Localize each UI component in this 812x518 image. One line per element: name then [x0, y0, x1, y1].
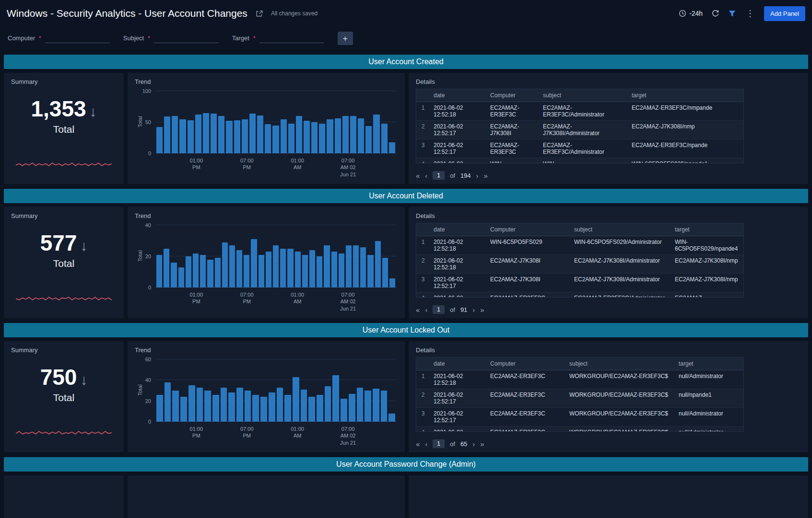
add-panel-button[interactable]: Add Panel	[764, 6, 805, 21]
filter-icon[interactable]	[728, 10, 736, 18]
bar[interactable]	[332, 375, 339, 422]
time-range-button[interactable]: -24h	[679, 10, 703, 17]
bar[interactable]	[257, 115, 263, 153]
bar[interactable]	[360, 247, 366, 288]
bar[interactable]	[156, 395, 163, 422]
bar[interactable]	[353, 245, 359, 288]
bar[interactable]	[272, 126, 279, 154]
table-row[interactable]: 32021-06-02 12:52:17EC2AMAZ-ER3EF3CWORKG…	[416, 408, 743, 426]
table-row[interactable]: 12021-06-02 12:52:18EC2AMAZ-ER3EF3CWORKG…	[416, 370, 743, 389]
bar[interactable]	[375, 241, 381, 288]
first-page-button[interactable]: «	[416, 306, 420, 314]
bar[interactable]	[388, 414, 395, 422]
bar[interactable]	[265, 124, 271, 153]
table-row[interactable]: 12021-06-02 12:52:18EC2AMAZ-ER3EF3CEC2AM…	[416, 102, 743, 121]
bar[interactable]	[186, 256, 191, 288]
bar[interactable]	[251, 239, 257, 288]
bar[interactable]	[215, 258, 221, 288]
last-page-button[interactable]: »	[480, 440, 484, 448]
bar[interactable]	[287, 249, 293, 288]
column-header[interactable]: target	[628, 89, 743, 102]
bar[interactable]	[325, 386, 331, 422]
column-header[interactable]: Computer	[486, 223, 570, 236]
bar[interactable]	[165, 382, 171, 422]
bar[interactable]	[188, 120, 194, 153]
bar[interactable]	[218, 116, 224, 153]
bar[interactable]	[229, 245, 235, 288]
bar[interactable]	[324, 245, 330, 288]
target-filter-input[interactable]	[259, 34, 324, 43]
bar[interactable]	[211, 114, 217, 153]
bar[interactable]	[249, 114, 256, 153]
table-row[interactable]: 42021-06-02 12:52:16WIN-6C5PO5FS029WIN-6…	[416, 158, 743, 164]
bar[interactable]	[260, 397, 267, 422]
bar[interactable]	[203, 113, 209, 154]
next-page-button[interactable]: ›	[472, 440, 475, 448]
next-page-button[interactable]: ›	[476, 172, 479, 180]
bar[interactable]	[164, 249, 169, 288]
bar[interactable]	[195, 115, 201, 153]
bar[interactable]	[259, 255, 264, 288]
bar[interactable]	[342, 116, 349, 153]
table-row[interactable]: 32021-06-02 12:52:17EC2AMAZ-J7K308IEC2AM…	[416, 274, 743, 292]
share-icon[interactable]	[255, 10, 263, 18]
bar[interactable]	[171, 263, 177, 288]
bar[interactable]	[365, 391, 371, 422]
column-header[interactable]: Computer	[486, 357, 565, 370]
bar[interactable]	[193, 253, 199, 288]
bar[interactable]	[301, 390, 307, 422]
last-page-button[interactable]: »	[480, 306, 484, 314]
table-row[interactable]: 22021-06-02 12:52:17EC2AMAZ-J7K308IEC2AM…	[416, 121, 743, 139]
table-row[interactable]: 32021-06-02 12:52:17EC2AMAZ-ER3EF3CEC2AM…	[416, 139, 743, 158]
computer-filter-input[interactable]	[45, 34, 110, 43]
prev-page-button[interactable]: ‹	[425, 306, 427, 314]
bar[interactable]	[280, 249, 286, 288]
bar[interactable]	[244, 255, 249, 288]
current-page[interactable]: 1	[433, 171, 445, 180]
current-page[interactable]: 1	[433, 439, 445, 448]
bar[interactable]	[172, 391, 179, 422]
bar[interactable]	[204, 391, 211, 422]
table-row[interactable]: 22021-06-02 12:52:17EC2AMAZ-ER3EF3CWORKG…	[416, 389, 743, 408]
bar[interactable]	[156, 127, 163, 153]
bar[interactable]	[309, 250, 315, 288]
bar[interactable]	[281, 119, 287, 154]
bar[interactable]	[367, 255, 373, 288]
last-page-button[interactable]: »	[484, 172, 488, 180]
bar[interactable]	[339, 253, 344, 288]
bar[interactable]	[222, 242, 228, 288]
column-header[interactable]: date	[430, 223, 486, 236]
prev-page-button[interactable]: ‹	[425, 172, 427, 180]
column-header[interactable]: subject	[565, 357, 675, 370]
bar[interactable]	[273, 245, 279, 288]
bar[interactable]	[373, 389, 379, 422]
bar[interactable]	[156, 255, 162, 288]
bar[interactable]	[277, 388, 283, 422]
bar[interactable]	[381, 124, 388, 153]
first-page-button[interactable]: «	[416, 440, 420, 448]
bar[interactable]	[341, 399, 347, 422]
bar[interactable]	[327, 119, 333, 154]
bar[interactable]	[178, 267, 184, 288]
bar[interactable]	[228, 392, 235, 422]
column-header[interactable]: target	[671, 223, 743, 236]
column-header[interactable]: subject	[539, 89, 628, 102]
bar[interactable]	[172, 116, 178, 153]
bar[interactable]	[179, 119, 186, 154]
bar[interactable]	[319, 124, 325, 153]
bar[interactable]	[164, 116, 170, 153]
bar[interactable]	[335, 118, 341, 153]
bar[interactable]	[295, 252, 301, 288]
table-row[interactable]: 42021-06-02 12:52:17EC2AMAZ-ER3EF3CEC2AM…	[416, 292, 743, 298]
bar[interactable]	[346, 245, 352, 288]
bar[interactable]	[266, 252, 271, 288]
bar[interactable]	[236, 388, 243, 422]
column-header[interactable]: Computer	[486, 89, 539, 102]
bar[interactable]	[269, 392, 275, 422]
bar[interactable]	[357, 388, 364, 422]
bar[interactable]	[296, 116, 302, 153]
bar[interactable]	[317, 395, 323, 422]
subject-filter-input[interactable]	[154, 34, 219, 43]
bar[interactable]	[365, 126, 372, 153]
bar[interactable]	[197, 388, 203, 422]
